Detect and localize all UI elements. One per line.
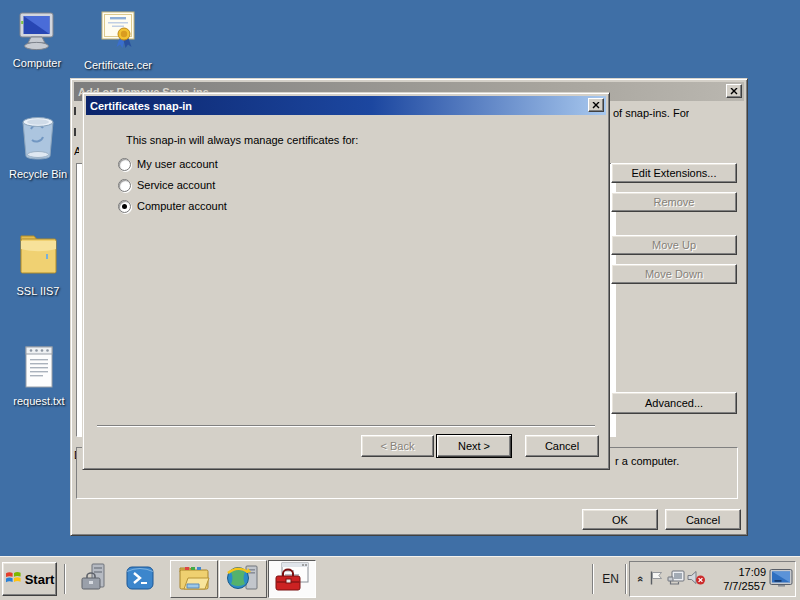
back-button[interactable]: < Back — [361, 435, 434, 457]
radio-option-computer-account[interactable]: Computer account — [118, 199, 227, 213]
instruction-text: This snap-in will always manage certific… — [126, 134, 358, 146]
radio-button-icon[interactable] — [118, 200, 131, 213]
radio-option-label: Service account — [137, 179, 215, 191]
cancel-button[interactable]: Cancel — [665, 509, 741, 530]
recycle-bin-icon — [17, 113, 59, 165]
tray-volume-muted[interactable] — [686, 562, 706, 596]
desktop-icon-label: Certificate.cer — [84, 59, 152, 72]
network-icon — [667, 570, 685, 588]
desktop-icon-label: SSL IIS7 — [16, 285, 59, 298]
desktop: Computer Certificate.cer — [0, 0, 800, 600]
tray-network[interactable] — [666, 562, 685, 596]
next-button[interactable]: Next > — [436, 434, 512, 458]
mmc-toolbox-icon — [274, 562, 310, 596]
taskbutton-mmc-console[interactable] — [268, 560, 316, 598]
flag-icon — [649, 570, 663, 588]
description-text-fragment: r a computer. — [615, 455, 679, 467]
desktop-icon-label: Recycle Bin — [9, 168, 67, 181]
move-down-button[interactable]: Move Down — [611, 264, 737, 284]
desktop-icon-label: request.txt — [13, 395, 64, 408]
windows-logo-icon — [5, 570, 22, 588]
radio-button-icon[interactable] — [118, 179, 131, 192]
desktop-icon-ssl-iis7[interactable]: SSL IIS7 — [0, 228, 77, 298]
show-desktop-icon — [769, 568, 794, 591]
move-up-button[interactable]: Move Up — [611, 235, 737, 255]
certificates-snapin-dialog: Certificates snap-in This snap-in will a… — [82, 92, 610, 470]
text-file-icon — [22, 344, 56, 392]
clock-time: 17:09 — [706, 565, 766, 579]
taskbar: Start — [0, 556, 800, 600]
system-tray: « — [629, 561, 796, 597]
cancel-button[interactable]: Cancel — [525, 435, 599, 457]
tray-flag[interactable] — [648, 562, 664, 596]
quicklaunch-powershell[interactable] — [124, 563, 156, 595]
radio-option-my-user-account[interactable]: My user account — [118, 157, 218, 171]
edit-extensions-button[interactable]: Edit Extensions... — [611, 163, 737, 183]
taskbutton-iis-manager[interactable] — [219, 560, 267, 598]
computer-icon — [17, 12, 57, 54]
start-button[interactable]: Start — [2, 562, 57, 596]
taskbar-divider — [592, 564, 594, 594]
tray-clock[interactable]: 17:09 7/7/2557 — [706, 565, 766, 593]
taskbutton-windows-explorer[interactable] — [170, 560, 218, 598]
quicklaunch-server-manager[interactable] — [78, 563, 110, 595]
language-indicator[interactable]: EN — [597, 566, 624, 592]
desktop-icon-label: Computer — [13, 57, 61, 70]
certificate-icon — [95, 10, 141, 56]
iis-globe-server-icon — [226, 563, 260, 595]
radio-button-icon[interactable] — [118, 158, 131, 171]
remove-button[interactable]: Remove — [611, 192, 737, 212]
radio-option-label: Computer account — [137, 200, 227, 212]
separator-line — [97, 425, 595, 427]
desktop-icon-computer[interactable]: Computer — [0, 12, 76, 70]
folder-icon — [16, 228, 60, 282]
explorer-folder-icon — [177, 564, 211, 594]
desktop-icon-certificate[interactable]: Certificate.cer — [79, 10, 157, 72]
certificates-dialog-title: Certificates snap-in — [90, 100, 192, 112]
close-icon[interactable] — [588, 98, 604, 112]
certificates-dialog-titlebar[interactable]: Certificates snap-in — [86, 96, 606, 115]
available-snapins-label-fragment: A — [74, 145, 79, 157]
snapins-intro-text-fragment: of snap-ins. For — [613, 107, 689, 119]
server-manager-icon — [79, 563, 109, 595]
taskbar-divider — [64, 564, 66, 594]
taskbar-divider — [625, 564, 627, 594]
powershell-icon — [126, 564, 154, 594]
ok-button[interactable]: OK — [582, 509, 658, 530]
tray-collapse-button[interactable]: « — [634, 562, 648, 596]
clock-date: 7/7/2557 — [706, 579, 766, 593]
start-label: Start — [25, 572, 55, 587]
clipped-text-fragment — [74, 128, 76, 136]
show-desktop-button[interactable] — [768, 562, 795, 596]
close-icon[interactable] — [726, 84, 742, 98]
desktop-icon-request-txt[interactable]: request.txt — [0, 344, 78, 408]
chevron-collapse-icon: « — [635, 576, 647, 582]
desktop-icon-recycle-bin[interactable]: Recycle Bin — [0, 113, 77, 181]
clipped-text-fragment — [74, 107, 76, 115]
volume-muted-icon — [687, 570, 706, 588]
advanced-button[interactable]: Advanced... — [611, 392, 737, 414]
radio-option-service-account[interactable]: Service account — [118, 178, 215, 192]
radio-option-label: My user account — [137, 158, 218, 170]
